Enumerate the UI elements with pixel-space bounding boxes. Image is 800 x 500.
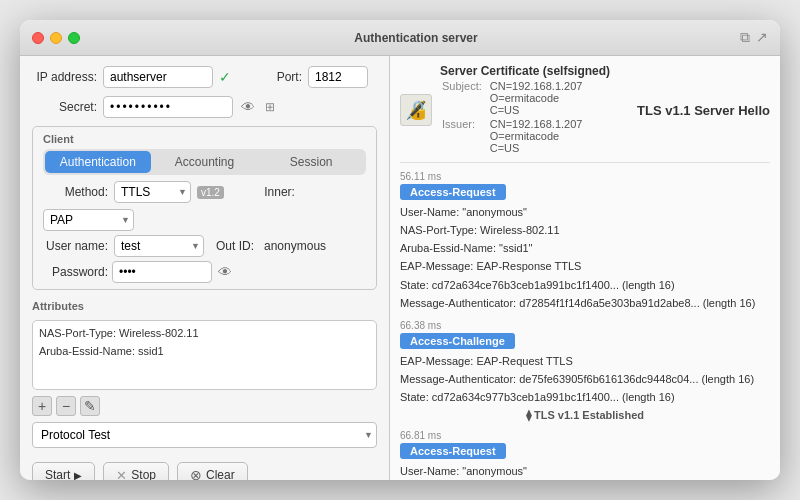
tls-established: ⧫ TLS v1.1 Established xyxy=(400,409,770,422)
packet-block-2: 66.38 ms Access-Challenge EAP-Message: E… xyxy=(400,320,770,422)
tab-authentication[interactable]: Authentication xyxy=(45,151,151,173)
reveal-password-button[interactable]: 👁 xyxy=(216,264,234,280)
username-label: User name: xyxy=(43,239,108,253)
titlebar: Authentication server ⧉ ↗ xyxy=(20,20,780,56)
content-area: IP address: ✓ Port: Secret: 👁 ⊞ Client A… xyxy=(20,56,780,480)
tabs-container: Authentication Accounting Session xyxy=(43,149,366,175)
check-icon: ✓ xyxy=(219,69,231,85)
packet-block-3: 66.81 ms Access-Request User-Name: "anon… xyxy=(400,430,770,480)
clear-icon: ⊗ xyxy=(190,467,202,480)
password-label: Password: xyxy=(43,265,108,279)
add-attr-button[interactable]: + xyxy=(32,396,52,416)
share-icon[interactable]: ↗ xyxy=(756,29,768,46)
issuer-value: CN=192.168.1.207O=ermitacodeC=US xyxy=(490,118,583,154)
tls-cert-info: Server Certificate (selfsigned) Subject:… xyxy=(440,64,610,156)
ip-row: IP address: ✓ Port: xyxy=(32,66,377,88)
copy-icon[interactable]: ⧉ xyxy=(740,29,750,46)
attributes-label: Attributes xyxy=(32,300,377,312)
clear-label: Clear xyxy=(206,468,235,480)
attributes-box: NAS-Port-Type: Wireless-802.11 Aruba-Ess… xyxy=(32,320,377,390)
pkt2-line1: EAP-Message: EAP-Request TTLS xyxy=(400,352,770,370)
attribute-line-1: NAS-Port-Type: Wireless-802.11 xyxy=(39,325,370,343)
client-label: Client xyxy=(43,133,366,145)
method-row: Method: TTLS PEAP EAP-TLS ▼ v1.2 Inner: xyxy=(43,181,366,231)
pkt3-line1: User-Name: "anonymous" xyxy=(400,462,770,480)
minimize-button[interactable] xyxy=(50,32,62,44)
pkt2-line2: Message-Authenticator: de75fe63905f6b616… xyxy=(400,370,770,388)
secret-label: Secret: xyxy=(32,100,97,114)
subject-value: CN=192.168.1.207O=ermitacodeC=US xyxy=(490,80,583,116)
secret-input[interactable] xyxy=(103,96,233,118)
start-button[interactable]: Start ▶ xyxy=(32,462,95,480)
attribute-line-2: Aruba-Essid-Name: ssid1 xyxy=(39,343,370,361)
password-input[interactable] xyxy=(112,261,212,283)
pkt1-line6: Message-Authenticator: d72854f1f14d6a5e3… xyxy=(400,294,770,312)
packet-content-2: EAP-Message: EAP-Request TTLS Message-Au… xyxy=(400,352,770,406)
packet-content-1: User-Name: "anonymous" NAS-Port-Type: Wi… xyxy=(400,203,770,312)
edit-attr-button[interactable]: ✎ xyxy=(80,396,100,416)
attr-buttons: + − ✎ xyxy=(32,396,377,416)
packet-label-3: Access-Request xyxy=(400,443,506,459)
outid-value: anonymous xyxy=(264,239,326,253)
packet-block-1: 56.11 ms Access-Request User-Name: "anon… xyxy=(400,171,770,312)
pkt2-line3: State: cd72a634c977b3ceb1a991bc1f1400...… xyxy=(400,388,770,406)
start-chevron-icon: ▶ xyxy=(74,470,82,481)
remove-attr-button[interactable]: − xyxy=(56,396,76,416)
cert-icon: 🔏 xyxy=(400,94,432,126)
window-title: Authentication server xyxy=(92,31,740,45)
copy-secret-button[interactable]: ⊞ xyxy=(263,100,277,114)
port-label: Port: xyxy=(237,70,302,84)
username-select-wrap: test ▼ xyxy=(114,235,204,257)
username-select[interactable]: test xyxy=(114,235,204,257)
inner-select[interactable]: PAP CHAP MSCHAPv2 xyxy=(43,209,134,231)
start-label: Start xyxy=(45,468,70,480)
client-section: Client Authentication Accounting Session… xyxy=(32,126,377,290)
tls-right-header: TLS v1.1 Server Hello xyxy=(637,103,770,118)
timestamp-2: 66.38 ms xyxy=(400,320,770,331)
tab-session[interactable]: Session xyxy=(258,151,364,173)
protocol-select[interactable]: Protocol Test xyxy=(32,422,377,448)
bottom-bar: Start ▶ ✕ Stop ⊗ Clear xyxy=(32,458,377,480)
packet-label-2: Access-Challenge xyxy=(400,333,515,349)
ip-input[interactable] xyxy=(103,66,213,88)
left-panel: IP address: ✓ Port: Secret: 👁 ⊞ Client A… xyxy=(20,56,390,480)
stop-label: Stop xyxy=(131,468,156,480)
clear-button[interactable]: ⊗ Clear xyxy=(177,462,248,480)
pkt1-line3: Aruba-Essid-Name: "ssid1" xyxy=(400,239,770,257)
tab-accounting[interactable]: Accounting xyxy=(152,151,258,173)
reveal-secret-button[interactable]: 👁 xyxy=(239,99,257,115)
outid-label: Out ID: xyxy=(216,239,254,253)
port-input[interactable] xyxy=(308,66,368,88)
stop-button[interactable]: ✕ Stop xyxy=(103,462,169,480)
stop-icon: ✕ xyxy=(116,468,127,481)
pkt1-line2: NAS-Port-Type: Wireless-802.11 xyxy=(400,221,770,239)
method-select[interactable]: TTLS PEAP EAP-TLS xyxy=(114,181,191,203)
packet-label-1: Access-Request xyxy=(400,184,506,200)
pkt1-line1: User-Name: "anonymous" xyxy=(400,203,770,221)
method-label: Method: xyxy=(43,185,108,199)
packet-content-3: User-Name: "anonymous" NAS-Port-Type: Wi… xyxy=(400,462,770,480)
traffic-lights xyxy=(32,32,80,44)
subject-label: Subject: xyxy=(442,80,488,116)
titlebar-icons: ⧉ ↗ xyxy=(740,29,768,46)
password-row: Password: 👁 xyxy=(43,261,366,283)
cert-title: Server Certificate (selfsigned) xyxy=(440,64,610,78)
username-row: User name: test ▼ Out ID: anonymous xyxy=(43,235,366,257)
maximize-button[interactable] xyxy=(68,32,80,44)
issuer-label: Issuer: xyxy=(442,118,488,154)
timestamp-1: 56.11 ms xyxy=(400,171,770,182)
protocol-select-wrap: Protocol Test ▼ xyxy=(32,422,377,448)
version-badge: v1.2 xyxy=(197,186,224,199)
ip-label: IP address: xyxy=(32,70,97,84)
main-window: Authentication server ⧉ ↗ IP address: ✓ … xyxy=(20,20,780,480)
close-button[interactable] xyxy=(32,32,44,44)
right-panel: 🔏 Server Certificate (selfsigned) Subjec… xyxy=(390,56,780,480)
pkt1-line4: EAP-Message: EAP-Response TTLS xyxy=(400,257,770,275)
inner-label: Inner: xyxy=(230,185,295,199)
pkt1-line5: State: cd72a634ce76b3ceb1a991bc1f1400...… xyxy=(400,276,770,294)
inner-select-wrap: PAP CHAP MSCHAPv2 ▼ xyxy=(43,209,134,231)
tls-header: 🔏 Server Certificate (selfsigned) Subjec… xyxy=(400,64,770,163)
protocol-row: Protocol Test ▼ xyxy=(32,422,377,448)
secret-row: Secret: 👁 ⊞ xyxy=(32,96,377,118)
timestamp-3: 66.81 ms xyxy=(400,430,770,441)
